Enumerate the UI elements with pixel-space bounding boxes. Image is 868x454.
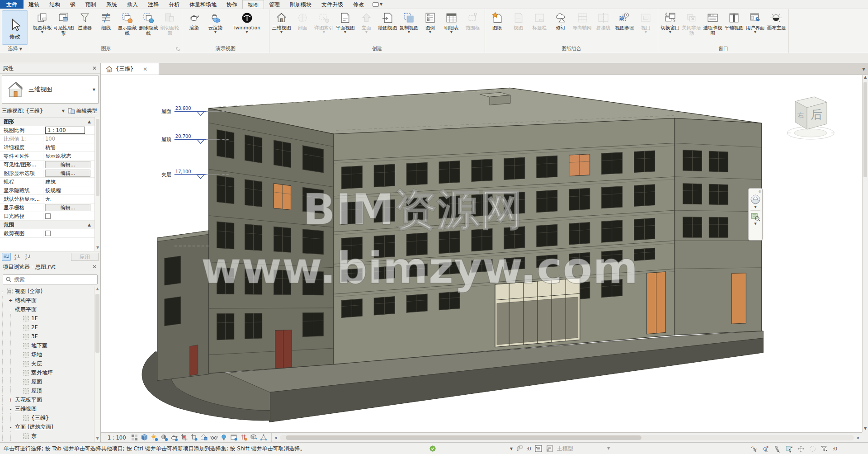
scrollbar-thumb[interactable] [95, 294, 99, 353]
ribbon-tab-11[interactable]: 管理 [264, 0, 285, 9]
sort-descending-icon[interactable]: ZA [24, 253, 33, 261]
active-design-option-label[interactable]: 主模型 [557, 445, 573, 453]
tree-item[interactable]: +结构平面 [0, 296, 94, 305]
chevron-down-icon[interactable]: ▼ [754, 222, 756, 226]
tree-item[interactable]: 室外地坪 [0, 368, 94, 377]
chevron-down-icon[interactable]: ▼ [754, 205, 756, 209]
collapse-icon[interactable]: - [8, 406, 13, 412]
view-tab-3d[interactable]: {三维} ✕ [101, 63, 159, 75]
close-icon[interactable]: ✕ [91, 65, 98, 71]
vertical-scrollbar[interactable]: ▲ ▼ [862, 75, 868, 432]
ribbon-tab-4[interactable]: 系统 [101, 0, 122, 9]
select-links-icon[interactable] [750, 445, 758, 453]
tree-item[interactable]: 东 [0, 431, 94, 440]
property-input[interactable]: 1 : 100 [45, 127, 85, 134]
press-drag-icon[interactable] [809, 445, 816, 453]
property-value[interactable]: 无 [45, 196, 51, 203]
ribbon-button-cloud-render[interactable]: 云渲染▼ [205, 10, 226, 45]
ribbon-state-toggle[interactable]: ▼ [373, 0, 382, 9]
ribbon-button-scope-box[interactable]: 范围框 [462, 10, 483, 45]
chevron-down-icon[interactable]: ▼ [607, 446, 610, 450]
scrollbar-thumb[interactable] [286, 435, 642, 440]
scroll-left-icon[interactable]: ◂ [272, 435, 279, 440]
sun-path-icon[interactable] [151, 434, 158, 441]
tree-item[interactable]: -立面 (建筑立面) [0, 422, 94, 431]
close-icon[interactable]: ✕ [143, 66, 147, 72]
ribbon-tab-0[interactable]: 建筑 [24, 0, 44, 9]
ribbon-button-three-d-view[interactable]: 三维视图▼ [271, 10, 292, 45]
ribbon-tab-10[interactable]: 视图 [242, 0, 264, 9]
scroll-up-icon[interactable]: ▲ [863, 75, 868, 81]
property-section-1[interactable]: 范围▲ [0, 221, 94, 229]
ribbon-button-view[interactable]: 视图 [508, 10, 529, 45]
detail-level-icon[interactable] [131, 434, 138, 441]
viewport-3d[interactable]: 屋面23,600屋顶20,700夹层17,100BIM资源网www.bimzyw… [101, 75, 862, 432]
edit-button[interactable]: 编辑... [45, 204, 90, 211]
ribbon-button-show-hidden[interactable]: 显示隐藏线 [117, 10, 138, 45]
search-input[interactable] [3, 274, 98, 284]
collapse-icon[interactable]: - [8, 307, 13, 312]
scrollbar-thumb[interactable] [863, 82, 867, 177]
expand-icon[interactable]: + [8, 298, 13, 303]
view-instance-select[interactable]: 三维视图: {三维} ▼ [2, 108, 65, 114]
editing-requests-icon[interactable] [516, 445, 523, 452]
ribbon-button-close-inactive[interactable]: 关闭非活动 [681, 10, 702, 45]
tree-item[interactable]: 场地 [0, 350, 94, 359]
ribbon-button-guide-grid[interactable]: 导向轴网 [571, 10, 593, 45]
select-elements-by-face-icon[interactable] [785, 445, 793, 453]
close-icon[interactable]: ⊗ [758, 190, 761, 194]
collapse-icon[interactable]: - [8, 424, 13, 430]
dialog-launcher-icon[interactable] [176, 47, 180, 52]
tree-item[interactable]: -三维视图 [0, 404, 94, 413]
sort-ascending-icon[interactable]: AZ [13, 253, 22, 261]
ribbon-tab-1[interactable]: 结构 [44, 0, 65, 9]
ribbon-button-thin-lines[interactable]: 细线 [95, 10, 117, 45]
scroll-up-icon[interactable]: ▲ [94, 287, 100, 293]
property-value[interactable]: 按规程 [45, 187, 61, 194]
ribbon-button-duplicate-view[interactable]: 复制视图▼ [398, 10, 420, 45]
tree-item[interactable]: 2F [0, 323, 94, 332]
checkbox[interactable] [45, 231, 51, 236]
visual-style-icon[interactable] [141, 434, 148, 441]
tab-list-chevron-icon[interactable]: ▼ [862, 67, 868, 71]
expand-icon[interactable]: + [8, 397, 13, 403]
ribbon-tab-3[interactable]: 预制 [80, 0, 101, 9]
tree-item[interactable]: 夹层 [0, 359, 94, 368]
ribbon-button-user-interface[interactable]: 用户界面▼ [745, 10, 766, 45]
ribbon-tab-14[interactable]: 修改 [348, 0, 369, 9]
navigation-bar[interactable]: ⊗ ▼ ▼ [748, 188, 763, 241]
ribbon-button-cut-profile[interactable]: 剖切面轮廓 [159, 10, 180, 45]
scroll-right-icon[interactable]: ▸ [855, 435, 862, 440]
tree-item[interactable]: 1F [0, 314, 94, 323]
chevron-down-icon[interactable]: ▼ [510, 447, 513, 451]
edit-type-button[interactable]: 编辑类型 [66, 107, 99, 115]
property-value[interactable]: 精细 [45, 144, 56, 151]
close-icon[interactable]: ✕ [91, 264, 98, 270]
ribbon-button-section[interactable]: 剖面 [292, 10, 313, 45]
reveal-hidden-icon[interactable] [220, 434, 228, 441]
scroll-down-icon[interactable]: ▼ [95, 246, 100, 251]
ribbon-button-drafting-view[interactable]: 绘图视图 [377, 10, 398, 45]
scrollbar-thumb[interactable] [96, 119, 99, 196]
tree-item[interactable]: 地下室 [0, 341, 94, 350]
ribbon-tab-2[interactable]: 钢 [65, 0, 80, 9]
ribbon-button-view-template[interactable]: 视图样板▼ [32, 10, 53, 45]
tree-item[interactable]: 屋面 [0, 377, 94, 386]
select-pinned-elements-icon[interactable] [774, 445, 781, 453]
reveal-constraints-icon[interactable] [240, 434, 248, 441]
zoom-region-icon[interactable] [750, 212, 760, 222]
ribbon-tab-7[interactable]: 分析 [164, 0, 184, 9]
crop-region-icon[interactable] [190, 434, 198, 441]
tree-item[interactable]: 屋顶 [0, 386, 94, 395]
viewcube[interactable]: 后右 [784, 91, 839, 146]
ribbon-tab-6[interactable]: 注释 [143, 0, 164, 9]
temporary-hide-isolate-icon[interactable] [210, 434, 218, 441]
ribbon-button-title-block[interactable]: 标题栏 [529, 10, 550, 45]
checkbox[interactable] [45, 213, 51, 219]
render-dialog-icon[interactable] [170, 434, 178, 441]
ribbon-tab-12[interactable]: 附加模块 [285, 0, 316, 9]
building-3d-model[interactable]: 屋面23,600屋顶20,700夹层17,100BIM资源网www.bimzyw… [101, 75, 862, 432]
ribbon-button-visibility[interactable]: 可见性/图形 [53, 10, 74, 45]
tree-item[interactable]: {三维} [0, 413, 94, 422]
ribbon-button-remove-hidden[interactable]: 删除隐藏线 [138, 10, 159, 45]
